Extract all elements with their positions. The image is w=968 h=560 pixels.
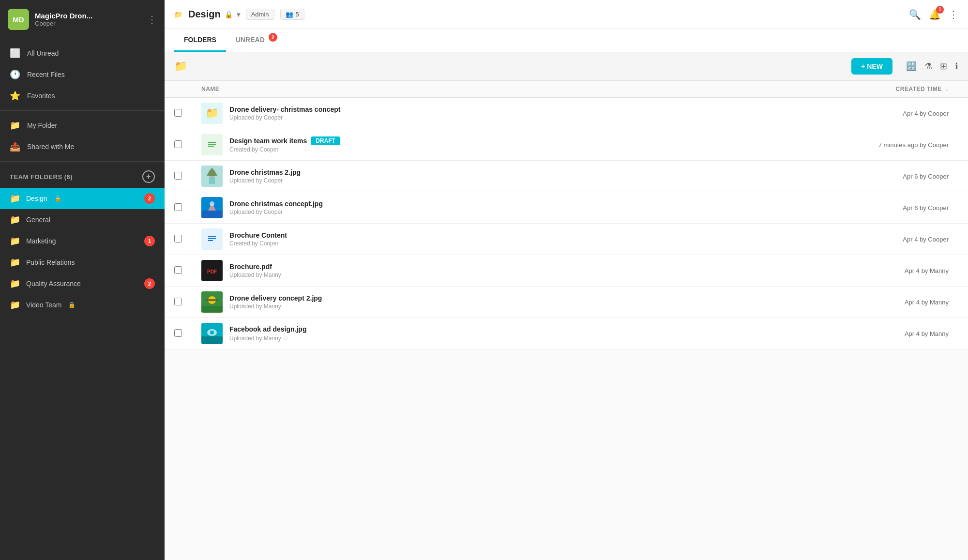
table-row[interactable]: PDF Brochure.pdf Uploaded by Manny Apr 4… <box>165 255 968 287</box>
row-checkbox[interactable] <box>174 266 182 274</box>
table-row[interactable]: Drone christmas 2.jpg Uploaded by Cooper… <box>165 161 968 192</box>
file-meta: Drone christmas 2.jpg <box>229 168 301 176</box>
created-time-cell: Apr 4 by Cooper <box>669 224 968 255</box>
sidebar-more-icon[interactable]: ⋮ <box>147 14 157 25</box>
row-checkbox[interactable] <box>174 140 182 148</box>
sheet-thumb <box>201 134 223 155</box>
folder-icon: 📁 <box>10 193 20 204</box>
file-info: PDF Brochure.pdf Uploaded by Manny <box>201 260 659 281</box>
folder-badge: 1 <box>144 236 155 246</box>
tab-unread[interactable]: UNREAD 2 <box>226 29 280 52</box>
admin-badge[interactable]: Admin <box>246 9 274 20</box>
my-folder-label: My Folder <box>27 121 57 129</box>
chevron-down-icon[interactable]: ▾ <box>237 11 240 18</box>
row-checkbox-cell <box>165 98 192 129</box>
sidebar-item-all-unread[interactable]: ⬜ All Unread <box>0 43 165 64</box>
file-sub: Uploaded by Cooper <box>229 209 323 215</box>
sidebar-item-general[interactable]: 📁 General <box>0 209 165 230</box>
members-icon: 👥 <box>286 11 293 18</box>
lock-icon: 🔒 <box>68 302 76 308</box>
table-row[interactable]: 📁 Drone delivery- christmas concept Uplo… <box>165 98 968 129</box>
info-icon[interactable]: ℹ <box>955 61 958 72</box>
file-details: Drone christmas 2.jpg Uploaded by Cooper <box>229 168 301 184</box>
file-name-cell: Facebook ad design.jpg Uploaded by Manny… <box>192 318 669 349</box>
table-row[interactable]: Drone delivery concept 2.jpg Uploaded by… <box>165 287 968 318</box>
created-time-cell: Apr 4 by Manny <box>669 255 968 287</box>
svg-rect-19 <box>201 306 223 313</box>
sidebar-item-design[interactable]: 📁 Design 🔒 2 <box>0 188 165 209</box>
file-name: Brochure Content <box>229 231 287 239</box>
svg-point-11 <box>210 201 214 206</box>
filter-icon[interactable]: ⚗ <box>924 61 932 72</box>
sidebar-item-my-folder[interactable]: 📁 My Folder <box>0 115 165 136</box>
sidebar-divider-2 <box>0 161 165 162</box>
file-name: Drone christmas concept.jpg <box>229 200 323 208</box>
sidebar-divider-1 <box>0 110 165 111</box>
row-checkbox[interactable] <box>174 235 182 242</box>
row-checkbox[interactable] <box>174 329 182 337</box>
sidebar-item-shared-with-me[interactable]: 📤 Shared with Me <box>0 136 165 157</box>
file-details: Facebook ad design.jpg Uploaded by Manny… <box>229 325 306 342</box>
sort-az-icon[interactable]: 🔡 <box>906 61 917 72</box>
topbar: 📁 Design 🔒 ▾ Admin 👥 5 🔍 🔔 1 ⋮ <box>165 0 968 29</box>
sidebar-item-quality-assurance[interactable]: 📁 Quality Assurance 2 <box>0 273 165 294</box>
add-team-folder-button[interactable]: + <box>142 170 155 183</box>
row-checkbox-cell <box>165 161 192 192</box>
file-meta: Drone delivery concept 2.jpg <box>229 294 322 302</box>
doc-thumb <box>201 228 223 250</box>
name-column-header: NAME <box>192 81 669 98</box>
tab-unread-label: UNREAD <box>236 36 265 44</box>
shared-icon: 📤 <box>10 141 20 152</box>
more-options-icon[interactable]: ⋮ <box>949 9 958 20</box>
row-checkbox[interactable] <box>174 109 182 117</box>
svg-rect-15 <box>208 240 213 241</box>
file-details: Design team work items DRAFT Created by … <box>229 136 340 153</box>
row-checkbox[interactable] <box>174 298 182 305</box>
folder-small-icon: 📁 <box>174 60 187 73</box>
search-icon[interactable]: 🔍 <box>909 9 921 20</box>
svg-text:PDF: PDF <box>207 269 217 274</box>
file-name-cell: PDF Brochure.pdf Uploaded by Manny <box>192 255 669 287</box>
svg-rect-14 <box>208 238 216 239</box>
sidebar-item-marketing[interactable]: 📁 Marketing 1 <box>0 230 165 252</box>
file-name: Brochure.pdf <box>229 263 272 271</box>
new-button[interactable]: + NEW <box>851 58 892 75</box>
created-time-cell: Apr 6 by Cooper <box>669 192 968 224</box>
row-checkbox-cell <box>165 224 192 255</box>
file-details: Drone christmas concept.jpg Uploaded by … <box>229 200 323 215</box>
file-meta: Brochure.pdf <box>229 263 281 271</box>
star-icon[interactable]: ☆ <box>283 334 289 342</box>
notification-icon[interactable]: 🔔 1 <box>929 9 941 20</box>
row-checkbox[interactable] <box>174 203 182 211</box>
sidebar-item-public-relations[interactable]: 📁 Public Relations <box>0 252 165 273</box>
table-row[interactable]: Facebook ad design.jpg Uploaded by Manny… <box>165 318 968 349</box>
created-time-cell: Apr 6 by Cooper <box>669 161 968 192</box>
folder-label: Design <box>26 195 47 202</box>
sidebar-item-recent-files[interactable]: 🕐 Recent Files <box>0 64 165 85</box>
table-row[interactable]: Design team work items DRAFT Created by … <box>165 129 968 161</box>
sidebar-item-favorites[interactable]: ⭐ Favorites <box>0 85 165 106</box>
folder-icon: 📁 <box>10 300 20 310</box>
file-sub: Uploaded by Manny ☆ <box>229 334 306 342</box>
table-row[interactable]: Brochure Content Created by Cooper Apr 4… <box>165 224 968 255</box>
content-area: 📁 + NEW 🔡 ⚗ ⊞ ℹ NAME CREATED TIME ↓ <box>165 52 968 560</box>
notification-badge: 1 <box>936 6 944 14</box>
shared-with-me-label: Shared with Me <box>27 143 74 151</box>
file-info: Drone christmas concept.jpg Uploaded by … <box>201 197 659 218</box>
file-info: Facebook ad design.jpg Uploaded by Manny… <box>201 323 659 344</box>
sidebar-item-video-team[interactable]: 📁 Video Team 🔒 <box>0 294 165 316</box>
members-badge[interactable]: 👥 5 <box>280 9 304 20</box>
members-count: 5 <box>296 11 299 18</box>
file-meta: Facebook ad design.jpg <box>229 325 306 333</box>
checkbox-header <box>165 81 192 98</box>
avatar: MD <box>8 9 29 30</box>
view-toggle-icon[interactable]: ⊞ <box>940 61 947 72</box>
file-sub: Uploaded by Manny <box>229 303 322 310</box>
file-sub: Created by Cooper <box>229 146 340 153</box>
row-checkbox-cell <box>165 129 192 161</box>
table-row[interactable]: Drone christmas concept.jpg Uploaded by … <box>165 192 968 224</box>
file-name: Facebook ad design.jpg <box>229 325 306 333</box>
tab-folders[interactable]: FOLDERS <box>174 29 226 52</box>
topbar-folder-icon: 📁 <box>174 11 182 18</box>
row-checkbox[interactable] <box>174 172 182 180</box>
